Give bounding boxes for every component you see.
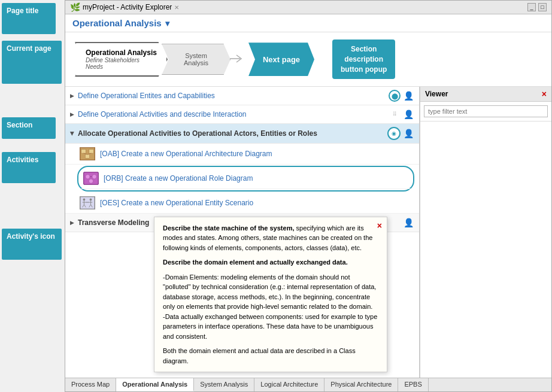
- workflow-area: Operational Analysis Define Stakeholders…: [65, 32, 551, 87]
- section-row-1[interactable]: ▶ Define Operational Entites and Capabil…: [65, 87, 419, 105]
- svg-point-11: [89, 179, 93, 183]
- tab-physical-architecture[interactable]: Physical Architecture: [324, 378, 398, 391]
- annotation-current-page: Current page: [2, 41, 62, 84]
- svg-point-14: [83, 199, 86, 201]
- section1-label: Define Operational Entites and Capabilit…: [78, 92, 385, 100]
- section3-circle-icon[interactable]: ◉: [387, 127, 401, 140]
- section1-person-icon: 👤: [402, 90, 414, 102]
- tab-logical-architecture[interactable]: Logical Architecture: [254, 378, 324, 391]
- popup-close-button[interactable]: ×: [377, 220, 382, 232]
- viewer-close-button[interactable]: ×: [542, 89, 547, 99]
- orb-icon: [83, 172, 99, 185]
- window-title: myProject - Activity Explorer: [83, 3, 172, 11]
- app-icon: 🌿: [70, 2, 80, 12]
- activity-orb[interactable]: [ORB] Create a new Operational Role Diag…: [81, 168, 411, 189]
- activity-orb-highlight: [ORB] Create a new Operational Role Diag…: [77, 166, 414, 192]
- page-heading: Operational Analysis ▾: [65, 14, 551, 32]
- popup-para-1-bold: Describe the state machine of the system…: [163, 224, 294, 232]
- viewer-content-area: [420, 121, 551, 378]
- annotation-activities: Activities: [2, 152, 56, 183]
- main-window: 🌿 myProject - Activity Explorer ✕ _ □ Op…: [65, 0, 552, 392]
- oes-icon: [80, 196, 95, 209]
- svg-rect-3: [89, 150, 93, 153]
- annotation-activities-icon: Activity's icon: [2, 229, 62, 260]
- section1-icons: ⬤ 👤: [389, 90, 414, 102]
- popup-para-2-bold: Describe the domain element and actually…: [163, 259, 348, 266]
- popup-para-4: Both the domain element and actual data …: [163, 346, 378, 366]
- workflow-step2-label: System Analysis: [173, 52, 219, 66]
- page-heading-dropdown[interactable]: ▾: [165, 19, 169, 28]
- transverse-triangle: ▶: [70, 220, 74, 226]
- svg-rect-4: [85, 154, 89, 158]
- oab-icon: [80, 147, 95, 160]
- viewer-filter-input[interactable]: [424, 105, 548, 117]
- viewer-panel: Viewer ×: [420, 87, 551, 378]
- svg-point-9: [92, 175, 96, 179]
- section2-icons: ⠿ 👤: [389, 108, 414, 120]
- oab-icon-box: [80, 146, 95, 162]
- workflow-step-next[interactable]: Next page: [248, 42, 314, 76]
- svg-point-8: [86, 175, 90, 179]
- activity-oes[interactable]: [OES] Create a new Operational Entity Sc…: [65, 193, 419, 214]
- section1-triangle: ▶: [70, 93, 74, 99]
- title-bar-controls: _ □: [527, 3, 547, 11]
- close-tab-icon[interactable]: ✕: [174, 4, 179, 11]
- orb-link[interactable]: [ORB] Create a new Operational Role Diag…: [104, 174, 253, 183]
- transverse-icon: 👤: [402, 217, 414, 229]
- popup-para-2: Describe the domain element and actually…: [163, 257, 378, 268]
- annotation-panel: Page title Current page Section Activiti…: [0, 0, 65, 392]
- page-heading-title: Operational Analysis: [72, 18, 162, 28]
- section-row-2[interactable]: ▶ Define Operational Activities and desc…: [65, 105, 419, 124]
- section3-person-icon: 👤: [402, 127, 414, 139]
- popup-para-1: Describe the state machine of the system…: [163, 223, 378, 253]
- maximize-button[interactable]: □: [538, 3, 547, 11]
- workflow-step-inactive[interactable]: System Analysis: [162, 44, 230, 75]
- transverse-label: Transverse Modeling: [78, 218, 149, 227]
- minimize-button[interactable]: _: [527, 3, 536, 11]
- svg-rect-2: [81, 150, 86, 153]
- svg-point-19: [90, 199, 92, 201]
- section-desc-callout: Section description button popup: [332, 39, 395, 79]
- bottom-tabs: Process Map Operational Analysis System …: [65, 378, 551, 391]
- tab-epbs[interactable]: EPBS: [398, 378, 428, 391]
- workflow-step1-label: Operational Analysis: [86, 48, 157, 57]
- section2-label: Define Operational Activities and descri…: [78, 110, 385, 118]
- oes-link[interactable]: [OES] Create a new Operational Entity Sc…: [100, 199, 253, 207]
- tab-process-map[interactable]: Process Map: [65, 378, 116, 391]
- section3-label: Allocate Operational Activities to Opera…: [78, 129, 384, 138]
- orb-icon-box: [83, 171, 99, 186]
- viewer-header: Viewer ×: [420, 87, 551, 102]
- section2-grip-icon: ⠿: [389, 108, 401, 120]
- workflow-step3-label: Next page: [263, 55, 300, 64]
- section-row-3[interactable]: ▶ Allocate Operational Activities to Ope…: [65, 124, 419, 144]
- section3-icons: ◉ 👤: [387, 127, 414, 140]
- popup-description: × Describe the state machine of the syst…: [154, 217, 387, 373]
- popup-para-3: -Domain Elements: modeling elements of t…: [163, 272, 378, 342]
- section3-triangle: ▶: [69, 132, 75, 136]
- workflow-step-active[interactable]: Operational Analysis Define Stakeholders…: [75, 42, 168, 77]
- tab-operational-analysis[interactable]: Operational Analysis: [116, 378, 194, 391]
- annotation-section: Section: [2, 117, 56, 139]
- activity-oab[interactable]: [OAB] Create a new Operational Architect…: [65, 144, 419, 165]
- title-bar-left: 🌿 myProject - Activity Explorer ✕: [70, 2, 179, 12]
- section2-person-icon: 👤: [402, 108, 414, 120]
- title-bar: 🌿 myProject - Activity Explorer ✕ _ □: [65, 1, 551, 14]
- viewer-filter-area: [420, 102, 551, 121]
- section1-circle-icon: ⬤: [389, 90, 401, 102]
- section2-triangle: ▶: [70, 111, 74, 117]
- workflow-step1-sub: Define Stakeholders Needs: [86, 57, 157, 70]
- viewer-title: Viewer: [425, 90, 448, 98]
- oes-icon-box: [80, 195, 95, 211]
- oab-link[interactable]: [OAB] Create a new Operational Architect…: [100, 150, 272, 158]
- tab-system-analysis[interactable]: System Analysis: [194, 378, 254, 391]
- annotation-page-title: Page title: [2, 3, 56, 34]
